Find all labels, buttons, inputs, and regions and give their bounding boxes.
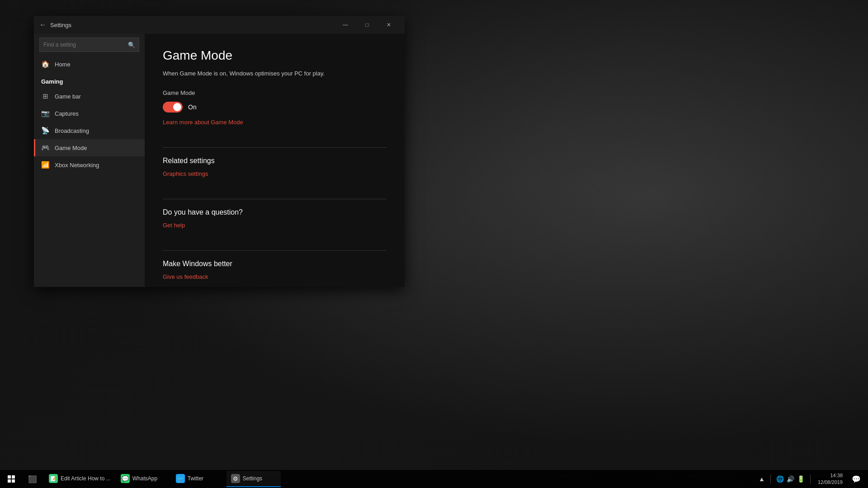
get-help-link[interactable]: Get help <box>163 222 185 229</box>
page-description: When Game Mode is on, Windows optimises … <box>163 70 387 77</box>
battery-icon[interactable]: 🔋 <box>797 475 805 483</box>
sidebar-item-captures[interactable]: 📷 Captures <box>34 105 145 122</box>
divider-1 <box>163 147 387 148</box>
volume-icon[interactable]: 🔊 <box>787 475 794 483</box>
maximize-button[interactable]: □ <box>357 18 377 32</box>
window-body: 🔍 🏠 Home Gaming ⊞ Game bar 📷 Captures 📡 <box>34 34 405 287</box>
sidebar-item-xbox-networking[interactable]: 📶 Xbox Networking <box>34 156 145 174</box>
home-icon: 🏠 <box>41 60 49 68</box>
start-button[interactable] <box>0 470 23 488</box>
graphics-settings-link[interactable]: Graphics settings <box>163 170 208 177</box>
taskbar-app-edit-article[interactable]: 📝 Edit Article How to ... <box>44 471 115 487</box>
xbox-networking-icon: 📶 <box>41 161 49 169</box>
window-title: Settings <box>50 22 71 28</box>
twitter-icon: 🐦 <box>176 474 185 483</box>
game-mode-icon: 🎮 <box>41 144 49 152</box>
search-container: 🔍 <box>34 34 145 56</box>
clock-time: 14:38 <box>818 472 843 479</box>
title-bar: ← Settings — □ ✕ <box>34 16 405 34</box>
sidebar-item-label: Game bar <box>55 93 81 100</box>
search-input[interactable] <box>43 42 125 48</box>
sidebar-item-label: Captures <box>55 110 79 117</box>
feedback-link[interactable]: Give us feedback <box>163 273 208 280</box>
system-status-icons: 🌐 🔊 🔋 <box>774 475 807 483</box>
tray-divider <box>770 474 771 483</box>
chevron-up-icon[interactable]: ▲ <box>759 475 765 483</box>
window-controls: — □ ✕ <box>335 18 399 32</box>
task-view-icon: ⬛ <box>28 475 37 483</box>
close-button[interactable]: ✕ <box>378 18 399 32</box>
title-bar-left: ← Settings <box>39 21 71 29</box>
divider-3 <box>163 250 387 251</box>
learn-more-link[interactable]: Learn more about Game Mode <box>163 119 243 126</box>
sidebar: 🔍 🏠 Home Gaming ⊞ Game bar 📷 Captures 📡 <box>34 34 145 287</box>
sidebar-item-broadcasting[interactable]: 📡 Broadcasting <box>34 122 145 139</box>
page-title: Game Mode <box>163 48 387 63</box>
question-heading: Do you have a question? <box>163 208 387 216</box>
broadcasting-icon: 📡 <box>41 127 49 135</box>
settings-window: ← Settings — □ ✕ 🔍 🏠 Home <box>34 16 405 287</box>
make-better-heading: Make Windows better <box>163 260 387 268</box>
system-tray: ▲ 🌐 🔊 🔋 14:38 12/08/2019 💬 <box>757 472 868 486</box>
main-content: Game Mode When Game Mode is on, Windows … <box>145 34 405 287</box>
taskbar-app-label: Settings <box>243 475 262 482</box>
clock-date: 12/08/2019 <box>818 479 843 486</box>
back-button[interactable]: ← <box>39 21 47 29</box>
home-label: Home <box>55 61 71 68</box>
taskbar-app-label: Edit Article How to ... <box>61 475 111 482</box>
game-bar-icon: ⊞ <box>41 92 49 100</box>
search-box[interactable]: 🔍 <box>39 38 139 52</box>
notification-icon: ▲ <box>757 475 767 483</box>
settings-taskbar-icon: ⚙ <box>231 474 240 483</box>
network-icon[interactable]: 🌐 <box>776 475 784 483</box>
notification-center-icon[interactable]: 💬 <box>848 475 864 483</box>
edit-article-icon: 📝 <box>49 474 58 483</box>
captures-icon: 📷 <box>41 109 49 117</box>
setting-label: Game Mode <box>163 89 387 96</box>
sidebar-item-label: Xbox Networking <box>55 162 99 169</box>
windows-logo-icon <box>8 475 15 483</box>
sidebar-item-game-bar[interactable]: ⊞ Game bar <box>34 88 145 105</box>
taskbar-app-settings[interactable]: ⚙ Settings <box>226 471 281 487</box>
toggle-thumb <box>173 103 181 111</box>
divider-2 <box>163 199 387 199</box>
sidebar-item-label: Broadcasting <box>55 127 89 134</box>
taskbar-app-label: WhatsApp <box>132 475 157 482</box>
clock-divider <box>810 474 811 483</box>
sidebar-section-gaming: Gaming <box>34 73 145 88</box>
toggle-track <box>163 102 183 113</box>
whatsapp-icon: 💬 <box>121 474 130 483</box>
taskbar-app-label: Twitter <box>188 475 203 482</box>
game-mode-toggle[interactable] <box>163 102 183 113</box>
taskbar-app-twitter[interactable]: 🐦 Twitter <box>171 471 226 487</box>
search-icon: 🔍 <box>128 42 135 48</box>
task-view-button[interactable]: ⬛ <box>23 470 42 488</box>
sidebar-item-game-mode[interactable]: 🎮 Game Mode <box>34 139 145 156</box>
clock-display[interactable]: 14:38 12/08/2019 <box>814 472 846 486</box>
sidebar-item-label: Game Mode <box>55 145 87 151</box>
toggle-state-label: On <box>188 103 197 111</box>
minimize-button[interactable]: — <box>335 18 356 32</box>
toggle-row: On <box>163 102 387 113</box>
sidebar-item-home[interactable]: 🏠 Home <box>34 56 145 73</box>
taskbar: ⬛ 📝 Edit Article How to ... 💬 WhatsApp 🐦… <box>0 470 868 488</box>
related-settings-heading: Related settings <box>163 157 387 165</box>
taskbar-app-whatsapp[interactable]: 💬 WhatsApp <box>116 471 170 487</box>
taskbar-apps: 📝 Edit Article How to ... 💬 WhatsApp 🐦 T… <box>42 471 757 487</box>
